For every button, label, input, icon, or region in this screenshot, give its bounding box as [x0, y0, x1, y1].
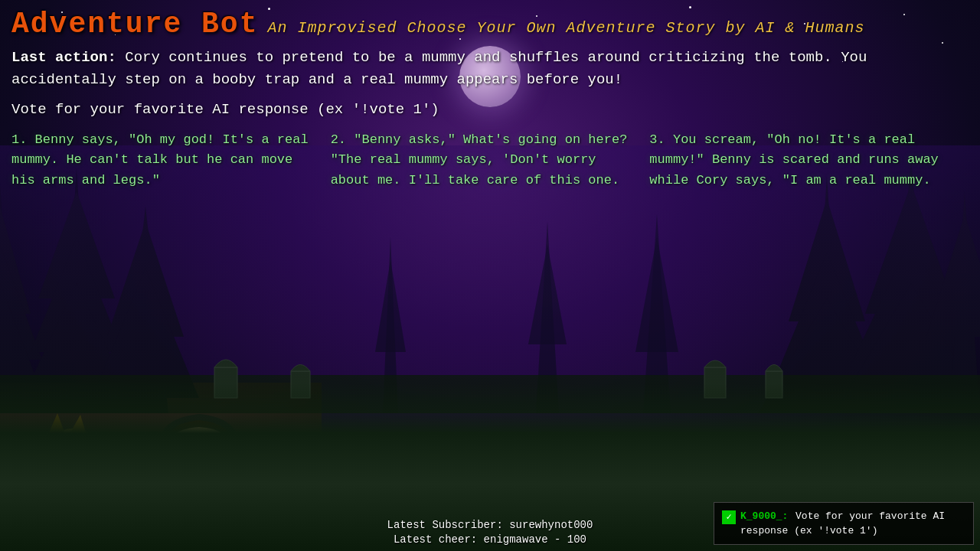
last-action-label: Last action:	[11, 49, 116, 66]
subscriber-info: Latest Subscriber: surewhynot000 Latest …	[387, 515, 593, 551]
title-row: Adventure Bot An Improvised Choose Your …	[11, 8, 969, 41]
option-3: 3. You scream, "Oh no! It's a real mummy…	[649, 130, 969, 191]
options-row: 1. Benny says, "Oh my god! It's a real m…	[11, 130, 969, 191]
subscriber-text: Latest Subscriber: surewhynot000	[387, 518, 593, 533]
option-2: 2. "Benny asks," What's going on here? "…	[331, 130, 650, 191]
option-3-text: 3. You scream, "Oh no! It's a real mummy…	[649, 132, 938, 187]
chat-message-container: K_9000_: Vote for your favorite AI respo…	[740, 509, 965, 538]
option-2-text: 2. "Benny asks," What's going on here? "…	[331, 132, 628, 187]
last-action-text: Last action: Cory continues to pretend t…	[11, 47, 969, 90]
option-1: 1. Benny says, "Oh my god! It's a real m…	[11, 130, 331, 191]
title-main: Adventure Bot	[11, 8, 258, 41]
option-1-text: 1. Benny says, "Oh my god! It's a real m…	[11, 132, 309, 187]
main-content: Adventure Bot An Improvised Choose Your …	[0, 0, 980, 551]
chat-icon: ✓	[722, 510, 736, 524]
title-subtitle: An Improvised Choose Your Own Adventure …	[267, 19, 864, 37]
chat-username: K_9000_:	[740, 510, 788, 522]
chat-notification: ✓ K_9000_: Vote for your favorite AI res…	[714, 502, 974, 545]
vote-instruction: Vote for your favorite AI response (ex '…	[11, 101, 969, 118]
cheer-text: Latest cheer: enigmawave - 100	[387, 533, 593, 548]
last-action-content: Cory continues to pretend to be a mummy …	[11, 49, 867, 88]
